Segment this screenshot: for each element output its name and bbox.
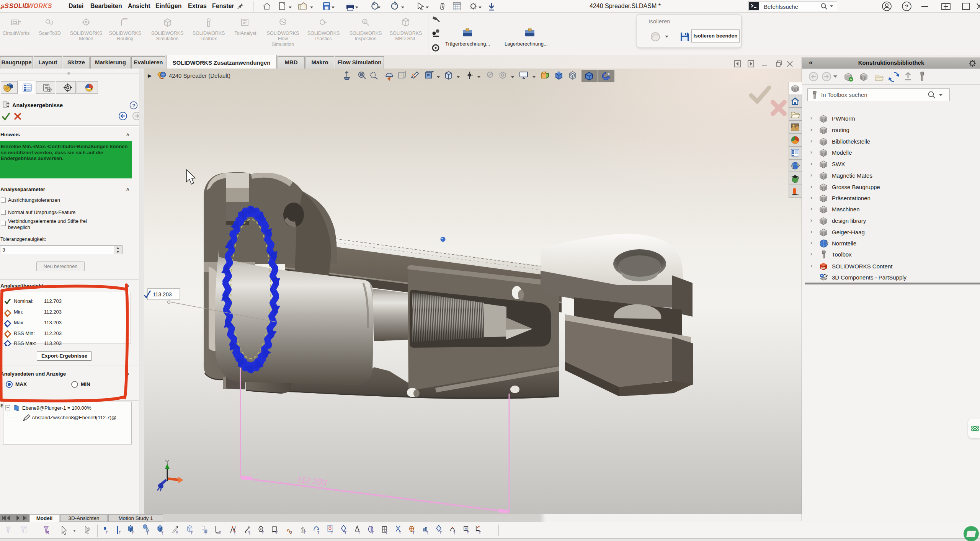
svg-text:WORKS: WORKS — [28, 3, 52, 9]
svg-text:SOLID: SOLID — [9, 3, 29, 9]
svg-text:?: ? — [132, 103, 136, 108]
svg-text:ʂS: ʂS — [0, 2, 9, 10]
svg-text:?: ? — [905, 3, 908, 10]
svg-text:SW: SW — [821, 266, 826, 269]
svg-text:113.203: 113.203 — [153, 291, 172, 297]
